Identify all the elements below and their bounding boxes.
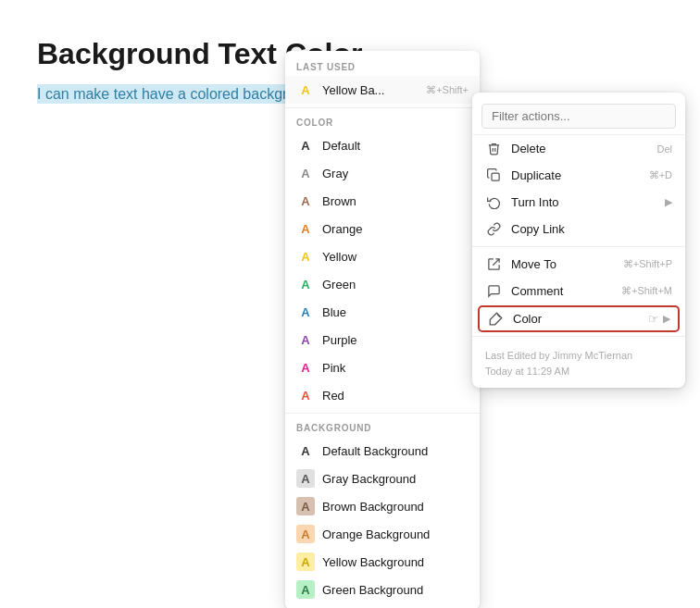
last-used-label: Yellow Ba...: [322, 83, 384, 97]
color-label-blue: Blue: [322, 305, 346, 319]
color-letter-brown: A: [296, 192, 315, 210]
bg-label-brown: Brown Background: [322, 500, 424, 514]
ctx-divider-2: [472, 336, 685, 337]
ctx-label-delete: Delete: [511, 142, 656, 155]
bg-letter-orange: A: [296, 525, 315, 543]
bg-label-green: Green Background: [322, 583, 423, 597]
color-item-default[interactable]: A Default: [285, 131, 480, 159]
color-item-green[interactable]: A Green: [285, 270, 480, 298]
bg-item-yellow[interactable]: A Yellow Background: [285, 548, 480, 576]
bg-item-default[interactable]: A Default Background: [285, 437, 480, 465]
bg-label-gray: Gray Background: [322, 472, 416, 486]
color-label-yellow: Yellow: [322, 250, 356, 264]
ctx-footer: Last Edited by Jimmy McTiernan Today at …: [472, 341, 685, 382]
ctx-footer-line2: Today at 11:29 AM: [485, 364, 672, 379]
bg-letter-gray: A: [296, 469, 315, 488]
color-item-gray[interactable]: A Gray: [285, 159, 480, 187]
bg-item-brown[interactable]: A Brown Background: [285, 492, 480, 520]
background-section-label: BACKGROUND: [285, 417, 480, 437]
bg-letter-green: A: [296, 580, 315, 599]
color-label-brown: Brown: [322, 194, 356, 208]
bg-letter-yellow: A: [296, 552, 315, 571]
trash-icon: [485, 142, 502, 155]
color-letter-gray: A: [296, 164, 315, 182]
ctx-item-duplicate[interactable]: Duplicate ⌘+D: [472, 162, 685, 189]
color-item-purple[interactable]: A Purple: [285, 326, 480, 354]
color-label-orange: Orange: [322, 222, 362, 236]
color-item-red[interactable]: A Red: [285, 381, 480, 409]
color-letter-yellow: A: [296, 247, 315, 266]
ctx-shortcut-duplicate: ⌘+D: [649, 169, 672, 181]
color-item-yellow[interactable]: A Yellow: [285, 242, 480, 270]
ctx-label-turn-into: Turn Into: [511, 195, 661, 209]
color-icon: [487, 312, 504, 326]
color-item-brown[interactable]: A Brown: [285, 187, 480, 215]
ctx-label-copy-link: Copy Link: [511, 222, 672, 236]
turn-into-icon: [485, 195, 502, 209]
color-label-gray: Gray: [322, 167, 348, 180]
color-label-default: Default: [322, 139, 360, 153]
svg-rect-0: [492, 173, 499, 180]
color-label-red: Red: [322, 389, 344, 403]
ctx-label-comment: Comment: [511, 284, 621, 298]
context-menu: Delete Del Duplicate ⌘+D Turn Into ▶: [472, 93, 685, 388]
cursor-indicator: ☞: [648, 312, 659, 326]
color-letter-default: A: [296, 136, 315, 155]
color-item-pink[interactable]: A Pink: [285, 354, 480, 381]
last-used-shortcut: ⌘+Shift+: [426, 84, 469, 96]
ctx-label-duplicate: Duplicate: [511, 168, 649, 182]
color-letter-green: A: [296, 275, 315, 293]
color-section-label: COLOR: [285, 112, 480, 131]
bg-label-default: Default Background: [322, 444, 428, 458]
move-to-icon: [485, 257, 502, 271]
ctx-footer-line1: Last Edited by Jimmy McTiernan: [485, 348, 672, 364]
ctx-item-move-to[interactable]: Move To ⌘+Shift+P: [472, 251, 685, 278]
ctx-item-turn-into[interactable]: Turn Into ▶: [472, 189, 685, 216]
turn-into-arrow: ▶: [665, 196, 672, 208]
duplicate-icon: [485, 168, 502, 182]
color-item-blue[interactable]: A Blue: [285, 298, 480, 326]
ctx-label-move-to: Move To: [511, 257, 623, 271]
color-letter-pink: A: [296, 358, 315, 377]
ctx-divider-1: [472, 246, 685, 247]
last-used-item[interactable]: A Yellow Ba... ⌘+Shift+: [285, 76, 480, 104]
divider-1: [285, 107, 480, 108]
filter-input-wrapper: [472, 98, 685, 135]
bg-letter-brown: A: [296, 497, 315, 515]
color-label-green: Green: [322, 278, 356, 292]
ctx-item-color[interactable]: Color ☞ ▶: [478, 305, 680, 332]
divider-2: [285, 413, 480, 414]
ctx-shortcut-move-to: ⌘+Shift+P: [623, 258, 672, 270]
color-letter-red: A: [296, 386, 315, 404]
ctx-item-copy-link[interactable]: Copy Link: [472, 216, 685, 242]
ctx-shortcut-delete: Del: [656, 143, 672, 155]
filter-input[interactable]: [481, 104, 676, 129]
color-label-purple: Purple: [322, 333, 357, 347]
color-label-pink: Pink: [322, 361, 345, 375]
page-body-text: I can make text have a colored backgroun…: [37, 84, 320, 104]
last-used-section-label: LAST USED: [285, 56, 480, 76]
ctx-item-delete[interactable]: Delete Del: [472, 135, 685, 162]
bg-letter-default: A: [296, 441, 315, 460]
color-arrow: ▶: [663, 313, 670, 325]
bg-label-orange: Orange Background: [322, 527, 430, 541]
last-used-letter: A: [296, 81, 315, 99]
color-submenu: LAST USED A Yellow Ba... ⌘+Shift+ COLOR …: [285, 51, 480, 608]
bg-item-orange[interactable]: A Orange Background: [285, 520, 480, 548]
color-letter-orange: A: [296, 219, 315, 238]
link-icon: [485, 222, 502, 236]
bg-label-yellow: Yellow Background: [322, 555, 424, 569]
color-letter-blue: A: [296, 303, 315, 321]
ctx-item-comment[interactable]: Comment ⌘+Shift+M: [472, 278, 685, 304]
bg-item-green[interactable]: A Green Background: [285, 576, 480, 603]
color-letter-purple: A: [296, 330, 315, 349]
ctx-label-color: Color: [513, 312, 648, 326]
ctx-shortcut-comment: ⌘+Shift+M: [621, 285, 672, 297]
bg-item-gray[interactable]: A Gray Background: [285, 465, 480, 492]
comment-icon: [485, 284, 502, 298]
color-item-orange[interactable]: A Orange: [285, 215, 480, 242]
